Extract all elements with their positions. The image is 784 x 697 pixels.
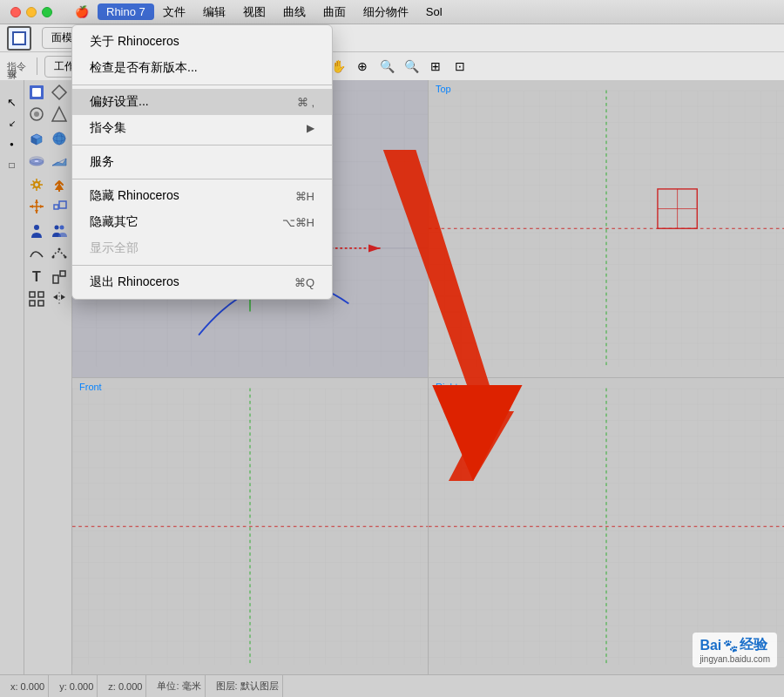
apple-menu[interactable]: 🍎 [66, 3, 98, 20]
hide-rhino-shortcut: ⌘H [295, 190, 314, 203]
svg-point-3 [34, 112, 39, 117]
tool-icon-1[interactable] [26, 82, 47, 103]
svg-rect-42 [30, 292, 35, 297]
point-icon[interactable]: ● [3, 134, 22, 153]
svg-marker-31 [40, 205, 44, 208]
status-bar: x: 0.000 y: 0.000 z: 0.000 单位: 毫米 图层: 默认… [0, 674, 784, 697]
svg-point-38 [57, 248, 60, 251]
svg-point-16 [34, 182, 39, 187]
close-button[interactable] [10, 7, 21, 17]
check-update-item[interactable]: 检查是否有新版本... [72, 55, 332, 81]
svg-point-13 [34, 160, 39, 163]
svg-point-8 [53, 132, 65, 145]
maximize-button[interactable] [42, 7, 52, 17]
svg-rect-43 [38, 292, 44, 297]
arrow-icon[interactable] [49, 174, 70, 195]
box-icon[interactable] [26, 128, 47, 149]
baidu-url: jingyan.baidu.com [700, 654, 770, 664]
zoom-fit-icon[interactable]: ⊞ [425, 56, 446, 77]
transform-icon[interactable] [26, 196, 47, 217]
top-viewport[interactable]: Top [429, 80, 784, 377]
svg-point-39 [64, 256, 66, 259]
separator-4 [72, 265, 332, 266]
edit-menu[interactable]: 编辑 [194, 3, 234, 22]
shape-icon[interactable]: □ [3, 155, 22, 174]
menu-bar: 🍎 Rhino 7 文件 编辑 视图 曲线 曲面 细分物件 Sol [66, 0, 451, 24]
sol-menu[interactable]: Sol [417, 3, 451, 20]
quit-item[interactable]: 退出 Rhinoceros ⌘Q [72, 269, 332, 295]
status-z: z: 0.000 [105, 675, 146, 697]
svg-marker-30 [30, 205, 33, 208]
array-icon[interactable] [26, 288, 47, 309]
title-bar: 🍎 Rhino 7 文件 编辑 视图 曲线 曲面 细分物件 Sol [0, 0, 784, 24]
zoom-all-icon[interactable]: ⊡ [449, 56, 470, 77]
svg-line-24 [33, 187, 35, 189]
resize-icon[interactable] [49, 267, 70, 288]
rhino7-menu[interactable]: Rhino 7 [98, 3, 154, 20]
svg-line-21 [33, 181, 35, 183]
svg-marker-29 [35, 210, 38, 213]
front-viewport[interactable]: Front [72, 378, 428, 675]
svg-rect-45 [38, 301, 44, 306]
svg-point-36 [59, 226, 64, 230]
mirror-icon[interactable] [49, 288, 70, 309]
watermark: Bai 🐾 经验 jingyan.baidu.com [693, 633, 777, 667]
hide-others-shortcut: ⌥⌘H [282, 216, 314, 229]
svg-rect-32 [54, 205, 58, 209]
hide-rhino-item[interactable]: 隐藏 Rhinoceros ⌘H [72, 183, 332, 209]
zoom-out-icon[interactable]: 🔍 [401, 56, 422, 77]
svg-rect-1 [32, 88, 41, 97]
gear-icon[interactable] [26, 174, 47, 195]
select-icon[interactable]: ↖ [3, 92, 22, 112]
multi-people-icon[interactable] [49, 220, 70, 241]
dotted-icon[interactable] [49, 242, 70, 263]
svg-marker-47 [53, 294, 57, 300]
rotate-icon[interactable]: ⊕ [352, 56, 373, 77]
status-x: x: 0.000 [7, 675, 49, 697]
sphere-icon[interactable] [49, 128, 70, 149]
services-item[interactable]: 服务 [72, 149, 332, 175]
zoom-in-icon[interactable]: 🔍 [376, 56, 397, 77]
hide-others-item[interactable]: 隐藏其它 ⌥⌘H [72, 209, 332, 235]
svg-point-34 [34, 225, 39, 230]
view-icon [7, 26, 31, 51]
torus-icon[interactable] [26, 150, 47, 171]
file-menu[interactable]: 文件 [154, 3, 194, 22]
right-viewport[interactable]: Right [429, 378, 784, 675]
surfaces-menu[interactable]: 曲面 [314, 3, 355, 22]
tool-icon-3[interactable] [26, 104, 47, 125]
traffic-lights [10, 7, 52, 17]
text-icon[interactable]: T [26, 267, 47, 288]
view-menu[interactable]: 视图 [234, 3, 274, 22]
curves-menu[interactable]: 曲线 [274, 3, 314, 22]
tool-icon-2[interactable] [49, 82, 70, 103]
svg-line-23 [39, 181, 41, 183]
svg-line-22 [39, 187, 41, 189]
left-tools: 标准 ↖ ↙ ● □ [0, 80, 24, 674]
surface-icon[interactable] [49, 150, 70, 171]
select2-icon[interactable]: ↙ [3, 113, 22, 132]
quit-shortcut: ⌘Q [294, 276, 314, 289]
command-sets-item[interactable]: 指令集 ▶ [72, 115, 332, 141]
tool-icon-4[interactable] [49, 104, 70, 125]
status-layer: 图层: 默认图层 [213, 675, 283, 697]
svg-point-35 [54, 226, 58, 230]
toolbar-sep [37, 58, 37, 75]
svg-rect-44 [30, 301, 35, 306]
svg-rect-41 [60, 271, 65, 276]
svg-point-37 [51, 256, 54, 259]
status-y: y: 0.000 [56, 675, 98, 697]
preferences-item[interactable]: 偏好设置... ⌘ , [72, 89, 332, 115]
status-units: 单位: 毫米 [153, 675, 205, 697]
svg-rect-40 [53, 275, 58, 283]
scale-icon[interactable] [49, 196, 70, 217]
rhino7-dropdown: 关于 Rhinoceros 检查是否有新版本... 偏好设置... ⌘ , 指令… [71, 24, 333, 300]
svg-marker-28 [35, 200, 38, 203]
about-item[interactable]: 关于 Rhinoceros [72, 29, 332, 55]
minimize-button[interactable] [26, 7, 37, 17]
people-icon[interactable] [26, 220, 47, 241]
subd-menu[interactable]: 细分物件 [355, 3, 417, 22]
baidu-text: 经验 [740, 636, 767, 654]
show-all-item: 显示全部 [72, 235, 332, 261]
curve2-icon[interactable] [26, 242, 47, 263]
